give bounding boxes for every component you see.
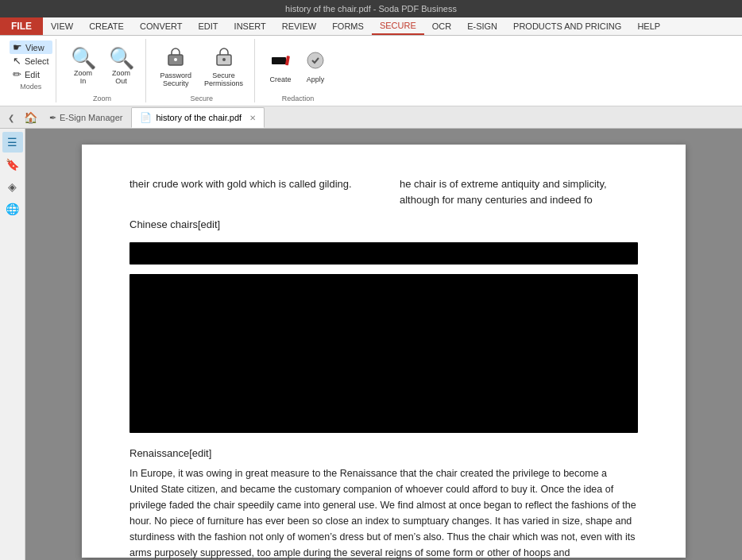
zoom-out-button[interactable]: 🔍 ZoomOut [104,46,139,87]
password-label: PasswordSecurity [160,71,192,87]
layers-icon: ◈ [8,180,17,193]
zoom-out-label: ZoomOut [112,69,130,85]
tab-history-pdf[interactable]: 📄 history of the chair.pdf ✕ [131,107,265,128]
menu-secure[interactable]: SECURE [372,17,424,35]
sidebar-links-button[interactable]: 🌐 [2,199,23,219]
create-label: Create [270,75,292,83]
svg-point-3 [222,58,226,61]
esign-tab-label: E-Sign Manager [60,113,123,122]
secure-group: PasswordSecurity SecurePermissions Secur… [149,39,256,102]
menu-edit[interactable]: EDIT [191,17,226,35]
redacted-block-1 [129,274,638,433]
menu-create[interactable]: CREATE [81,17,132,35]
home-icon: 🏠 [24,111,37,124]
ribbon-content: ☛ View ↖ Select ✏ Edit Modes 🔍 ZoomIn [0,35,742,106]
create-redaction-icon [269,49,292,75]
zoom-in-button[interactable]: 🔍 ZoomIn [66,46,101,87]
tab-close-button[interactable]: ✕ [249,114,256,122]
select-mode-button[interactable]: ↖ Select [10,54,52,68]
bookmarks-icon: 🔖 [6,158,19,171]
pages-icon: ☰ [7,136,17,149]
edit-mode-button[interactable]: ✏ Edit [10,68,52,81]
menu-esign[interactable]: E-SIGN [459,17,505,35]
edit-mode-label: Edit [25,70,40,79]
tab-esign-manager[interactable]: ✒ E-Sign Manager [41,107,131,128]
renaissance-heading: Renaissance[edit] [129,446,638,462]
view-mode-label: View [25,43,44,52]
ribbon: ☛ View ↖ Select ✏ Edit Modes 🔍 ZoomIn [0,35,742,106]
zoom-out-icon: 🔍 [109,48,134,68]
menu-bar: FILE VIEW CREATE CONVERT EDIT INSERT REV… [0,17,742,35]
menu-insert[interactable]: INSERT [226,17,274,35]
password-icon [164,45,187,71]
menu-ocr[interactable]: OCR [424,17,459,35]
renaissance-body: In Europe, it was owing in great measure… [129,465,638,560]
tab-nav-arrow[interactable]: ❮ [3,107,19,128]
apply-redaction-button[interactable]: Apply [300,48,331,85]
svg-rect-4 [272,57,286,64]
menu-convert[interactable]: CONVERT [132,17,191,35]
tab-home-button[interactable]: 🏠 [19,107,41,128]
pdf-col-right-text: he chair is of extreme antiquity and sim… [400,176,638,207]
secure-group-label: Secure [156,95,249,102]
title-text: history of the chair.pdf - Soda PDF Busi… [285,4,457,14]
esign-tab-icon: ✒ [49,113,56,123]
tabs-bar: ❮ 🏠 ✒ E-Sign Manager 📄 history of the ch… [0,106,742,129]
create-redaction-button[interactable]: Create [265,48,296,85]
redacted-bar-1 [129,242,638,265]
pdf-col-right: he chair is of extreme antiquity and sim… [400,176,638,207]
view-mode-button[interactable]: ☛ View [10,41,52,54]
select-mode-label: Select [25,56,49,66]
menu-view[interactable]: VIEW [43,17,81,35]
pdf-tab-label: history of the chair.pdf [157,113,242,122]
svg-point-1 [174,58,177,61]
apply-label: Apply [307,75,325,83]
pdf-col-left-text: their crude work with gold which is call… [129,176,368,192]
menu-products[interactable]: PRODUCTS AND PRICING [505,17,629,35]
svg-point-6 [307,52,323,68]
secure-permissions-icon [213,45,235,71]
password-security-button[interactable]: PasswordSecurity [156,44,197,89]
globe-icon: 🌐 [6,203,19,215]
zoom-group: 🔍 ZoomIn 🔍 ZoomOut Zoom [60,39,146,102]
zoom-in-icon: 🔍 [71,48,96,68]
chinese-chairs-heading: Chinese chairs[edit] [129,217,638,233]
menu-help[interactable]: HELP [629,17,668,35]
main-layout: ☰ 🔖 ◈ 🌐 their crude work with gold which… [0,129,742,560]
menu-forms[interactable]: FORMS [324,17,372,35]
redaction-group: Create Apply Redaction [258,39,338,102]
select-icon: ↖ [13,55,21,67]
pdf-col-left: their crude work with gold which is call… [129,176,368,207]
sidebar-pages-button[interactable]: ☰ [2,132,23,153]
zoom-group-label: Zoom [66,95,139,102]
secure-permissions-button[interactable]: SecurePermissions [199,44,248,89]
file-menu-button[interactable]: FILE [0,17,43,35]
zoom-in-label: ZoomIn [74,69,92,85]
pdf-area[interactable]: their crude work with gold which is call… [25,129,742,560]
apply-redaction-icon [304,49,327,75]
hand-icon: ☛ [13,41,22,53]
pdf-two-col-section: their crude work with gold which is call… [129,176,638,207]
title-bar: history of the chair.pdf - Soda PDF Busi… [0,0,742,17]
pdf-tab-icon: 📄 [140,112,152,123]
modes-group: ☛ View ↖ Select ✏ Edit Modes [6,39,56,102]
sidebar-bookmarks-button[interactable]: 🔖 [2,154,23,175]
edit-icon: ✏ [13,68,21,80]
menu-review[interactable]: REVIEW [274,17,324,35]
sidebar-layers-button[interactable]: ◈ [2,176,23,197]
left-sidebar: ☰ 🔖 ◈ 🌐 [0,129,25,560]
redaction-group-label: Redaction [265,95,331,102]
pdf-page: their crude work with gold which is call… [82,145,686,558]
modes-group-label: Modes [10,83,52,91]
secure-permissions-label: SecurePermissions [204,71,243,87]
